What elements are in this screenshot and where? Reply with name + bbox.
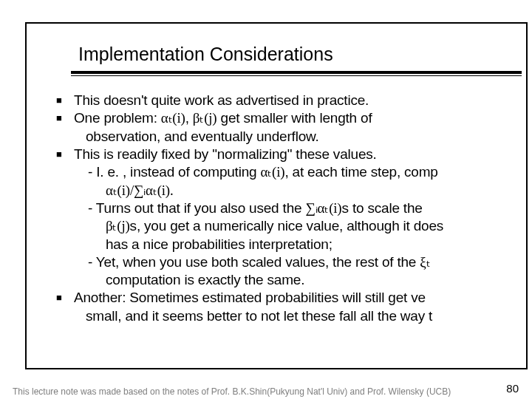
bullet-4-cont: small, and it seems better to not let th… [71,307,532,325]
bullet-1-text: This doesn't quite work as advertised in… [74,92,369,108]
bullet-2-a: One problem: [74,110,161,126]
bullet-4-a: Another: Sometimes estimated probabiliti… [74,290,426,305]
bullet-2: ■One problem: αₜ(i), βₜ(j) get smaller w… [71,109,532,127]
slide-body: ■This doesn't quite work as advertised i… [71,92,532,325]
b3s1-a: - I. e. , instead of computing [88,164,261,180]
slide-title: Implementation Considerations [78,44,333,65]
beta-t-j-2: βₜ(j) [106,218,130,233]
b3s1-b: , at each time step, comp [284,164,437,180]
bullet-3-sub-3: - Yet, when you use both scaled values, … [71,253,532,271]
alpha-t-i-2: αₜ(i) [261,164,285,180]
b3s2-a: - Turns out that if you also used the [88,200,305,216]
bullet-2-cont: observation, and eventually underflow. [71,128,532,146]
b3s2-c2: s, you get a numerically nice value, alt… [130,218,444,233]
bullet-3: ■This is readily fixed by "normalizing" … [71,146,532,163]
xi-t: ξₜ [420,254,430,270]
bullet-3-sub-2-cont2: has a nice probabilities interpretation; [71,236,532,253]
bullet-3-sub-1-cont: αₜ(i)/∑ᵢαₜ(i). [71,182,532,200]
bullet-3-sub-2-cont1: βₜ(j)s, you get a numerically nice value… [71,217,532,235]
alpha-ratio: αₜ(i)/∑ᵢαₜ(i). [106,183,174,198]
rule-thin [71,75,522,76]
bullet-3-sub-3-cont: computation is exactly the same. [71,271,532,289]
page-number: 80 [506,382,519,395]
title-underline [71,71,522,76]
comma: , [185,110,193,126]
bullet-2-b: get smaller with length of [216,110,372,126]
bullet-3-text: This is readily fixed by "normalizing" t… [74,146,377,162]
alpha-t-i: αₜ(i) [161,110,185,126]
b3s3-a: - Yet, when you use both scaled values, … [88,254,420,270]
beta-t-j: βₜ(j) [193,110,217,126]
slide-frame: Implementation Considerations ■This does… [25,22,528,369]
bullet-3-sub-2: - Turns out that if you also used the ∑ᵢ… [71,200,532,217]
b3s2-b: s to scale the [342,200,423,216]
bullet-4: ■Another: Sometimes estimated probabilit… [71,289,532,307]
bullet-3-sub-1: - I. e. , instead of computing αₜ(i), at… [71,163,532,181]
footer-note: This lecture note was made based on the … [13,386,451,397]
sum-alpha: ∑ᵢαₜ(i) [305,200,341,216]
bullet-1: ■This doesn't quite work as advertised i… [71,92,532,109]
